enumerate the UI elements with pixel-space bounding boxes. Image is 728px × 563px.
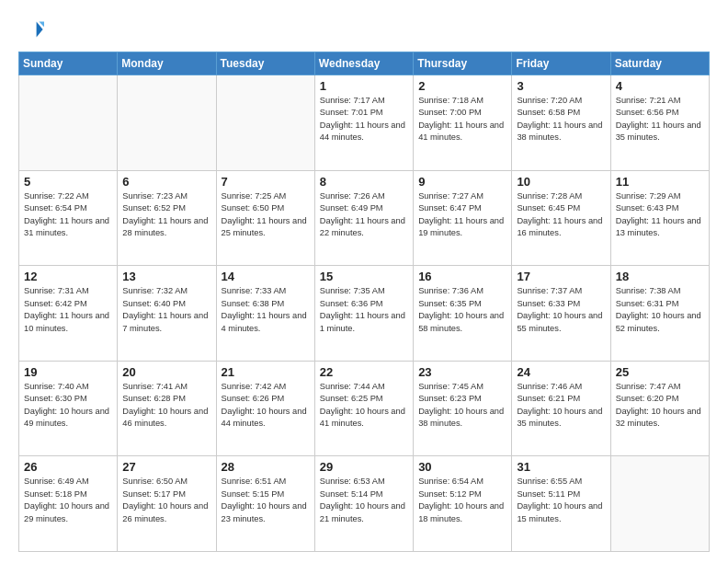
day-info: Sunrise: 7:35 AM Sunset: 6:36 PM Dayligh… xyxy=(320,285,408,335)
calendar-day-header: Thursday xyxy=(414,52,512,75)
day-info: Sunrise: 6:53 AM Sunset: 5:14 PM Dayligh… xyxy=(320,476,408,525)
day-number: 19 xyxy=(24,365,112,379)
calendar-cell: 11Sunrise: 7:29 AM Sunset: 6:43 PM Dayli… xyxy=(610,170,709,266)
day-number: 5 xyxy=(24,175,112,189)
day-info: Sunrise: 7:22 AM Sunset: 6:54 PM Dayligh… xyxy=(24,190,112,240)
day-number: 20 xyxy=(122,365,210,379)
day-number: 25 xyxy=(616,365,704,379)
day-number: 29 xyxy=(320,460,408,474)
calendar-cell: 30Sunrise: 6:54 AM Sunset: 5:12 PM Dayli… xyxy=(414,456,512,552)
calendar-cell: 28Sunrise: 6:51 AM Sunset: 5:15 PM Dayli… xyxy=(216,456,314,552)
day-number: 15 xyxy=(320,270,408,283)
day-number: 18 xyxy=(616,270,704,283)
calendar-cell: 3Sunrise: 7:20 AM Sunset: 6:58 PM Daylig… xyxy=(512,75,610,171)
day-number: 9 xyxy=(418,175,506,189)
day-number: 30 xyxy=(418,460,506,474)
calendar-cell: 4Sunrise: 7:21 AM Sunset: 6:56 PM Daylig… xyxy=(610,75,709,171)
day-number: 28 xyxy=(222,460,310,474)
day-info: Sunrise: 7:31 AM Sunset: 6:42 PM Dayligh… xyxy=(24,285,112,335)
day-number: 16 xyxy=(418,270,506,283)
day-info: Sunrise: 7:45 AM Sunset: 6:23 PM Dayligh… xyxy=(418,381,506,431)
calendar-day-header: Monday xyxy=(118,52,216,75)
day-info: Sunrise: 6:49 AM Sunset: 5:18 PM Dayligh… xyxy=(24,476,112,525)
day-info: Sunrise: 7:36 AM Sunset: 6:35 PM Dayligh… xyxy=(418,285,506,335)
calendar-day-header: Tuesday xyxy=(216,52,314,75)
calendar-cell: 9Sunrise: 7:27 AM Sunset: 6:47 PM Daylig… xyxy=(414,170,512,266)
day-info: Sunrise: 7:29 AM Sunset: 6:43 PM Dayligh… xyxy=(616,190,704,240)
day-number: 31 xyxy=(517,460,605,474)
calendar-cell: 19Sunrise: 7:40 AM Sunset: 6:30 PM Dayli… xyxy=(19,361,118,456)
day-number: 17 xyxy=(517,270,605,283)
day-info: Sunrise: 7:21 AM Sunset: 6:56 PM Dayligh… xyxy=(616,95,704,144)
calendar-cell: 23Sunrise: 7:45 AM Sunset: 6:23 PM Dayli… xyxy=(414,361,512,456)
day-info: Sunrise: 7:41 AM Sunset: 6:28 PM Dayligh… xyxy=(122,381,210,431)
day-number: 8 xyxy=(320,175,408,189)
calendar-cell: 16Sunrise: 7:36 AM Sunset: 6:35 PM Dayli… xyxy=(414,266,512,362)
calendar-cell: 20Sunrise: 7:41 AM Sunset: 6:28 PM Dayli… xyxy=(118,361,216,456)
calendar-cell xyxy=(610,456,709,552)
calendar-week-row: 1Sunrise: 7:17 AM Sunset: 7:01 PM Daylig… xyxy=(19,75,710,171)
calendar-cell: 14Sunrise: 7:33 AM Sunset: 6:38 PM Dayli… xyxy=(216,266,314,362)
calendar-table: SundayMondayTuesdayWednesdayThursdayFrid… xyxy=(18,52,710,552)
calendar-cell: 24Sunrise: 7:46 AM Sunset: 6:21 PM Dayli… xyxy=(512,361,610,456)
calendar-cell: 10Sunrise: 7:28 AM Sunset: 6:45 PM Dayli… xyxy=(512,170,610,266)
calendar-cell: 17Sunrise: 7:37 AM Sunset: 6:33 PM Dayli… xyxy=(512,266,610,362)
header xyxy=(18,17,710,42)
calendar-cell: 25Sunrise: 7:47 AM Sunset: 6:20 PM Dayli… xyxy=(610,361,709,456)
day-number: 22 xyxy=(320,365,408,379)
day-info: Sunrise: 7:17 AM Sunset: 7:01 PM Dayligh… xyxy=(320,95,408,144)
day-info: Sunrise: 7:20 AM Sunset: 6:58 PM Dayligh… xyxy=(517,95,605,144)
day-number: 2 xyxy=(418,79,506,93)
calendar-cell: 8Sunrise: 7:26 AM Sunset: 6:49 PM Daylig… xyxy=(314,170,413,266)
day-info: Sunrise: 7:33 AM Sunset: 6:38 PM Dayligh… xyxy=(222,285,310,335)
day-info: Sunrise: 6:55 AM Sunset: 5:11 PM Dayligh… xyxy=(517,476,605,525)
calendar-day-header: Saturday xyxy=(610,52,709,75)
day-number: 12 xyxy=(24,270,112,283)
day-number: 11 xyxy=(616,175,704,189)
calendar-week-row: 12Sunrise: 7:31 AM Sunset: 6:42 PM Dayli… xyxy=(19,266,710,362)
day-info: Sunrise: 7:38 AM Sunset: 6:31 PM Dayligh… xyxy=(616,285,704,335)
calendar-cell xyxy=(118,75,216,171)
calendar-cell: 29Sunrise: 6:53 AM Sunset: 5:14 PM Dayli… xyxy=(314,456,413,552)
day-info: Sunrise: 6:50 AM Sunset: 5:17 PM Dayligh… xyxy=(122,476,210,525)
day-number: 10 xyxy=(517,175,605,189)
calendar-header-row: SundayMondayTuesdayWednesdayThursdayFrid… xyxy=(19,52,710,75)
day-info: Sunrise: 7:44 AM Sunset: 6:25 PM Dayligh… xyxy=(320,381,408,431)
calendar-cell xyxy=(19,75,118,171)
calendar-cell: 27Sunrise: 6:50 AM Sunset: 5:17 PM Dayli… xyxy=(118,456,216,552)
calendar-day-header: Sunday xyxy=(19,52,118,75)
calendar-cell: 7Sunrise: 7:25 AM Sunset: 6:50 PM Daylig… xyxy=(216,170,314,266)
day-number: 21 xyxy=(222,365,310,379)
day-number: 6 xyxy=(122,175,210,189)
day-number: 13 xyxy=(122,270,210,283)
day-info: Sunrise: 7:42 AM Sunset: 6:26 PM Dayligh… xyxy=(222,381,310,431)
day-info: Sunrise: 7:32 AM Sunset: 6:40 PM Dayligh… xyxy=(122,285,210,335)
day-number: 14 xyxy=(222,270,310,283)
day-number: 27 xyxy=(122,460,210,474)
calendar-cell: 31Sunrise: 6:55 AM Sunset: 5:11 PM Dayli… xyxy=(512,456,610,552)
day-info: Sunrise: 7:27 AM Sunset: 6:47 PM Dayligh… xyxy=(418,190,506,240)
calendar-cell: 2Sunrise: 7:18 AM Sunset: 7:00 PM Daylig… xyxy=(414,75,512,171)
calendar-cell xyxy=(216,75,314,171)
calendar-cell: 6Sunrise: 7:23 AM Sunset: 6:52 PM Daylig… xyxy=(118,170,216,266)
calendar-cell: 15Sunrise: 7:35 AM Sunset: 6:36 PM Dayli… xyxy=(314,266,413,362)
day-info: Sunrise: 7:46 AM Sunset: 6:21 PM Dayligh… xyxy=(517,381,605,431)
calendar-cell: 18Sunrise: 7:38 AM Sunset: 6:31 PM Dayli… xyxy=(610,266,709,362)
day-info: Sunrise: 6:54 AM Sunset: 5:12 PM Dayligh… xyxy=(418,476,506,525)
day-number: 26 xyxy=(24,460,112,474)
calendar-week-row: 19Sunrise: 7:40 AM Sunset: 6:30 PM Dayli… xyxy=(19,361,710,456)
calendar-cell: 22Sunrise: 7:44 AM Sunset: 6:25 PM Dayli… xyxy=(314,361,413,456)
calendar-day-header: Friday xyxy=(512,52,610,75)
logo-icon xyxy=(18,17,44,42)
day-number: 24 xyxy=(517,365,605,379)
day-info: Sunrise: 7:18 AM Sunset: 7:00 PM Dayligh… xyxy=(418,95,506,144)
calendar-cell: 21Sunrise: 7:42 AM Sunset: 6:26 PM Dayli… xyxy=(216,361,314,456)
day-info: Sunrise: 7:23 AM Sunset: 6:52 PM Dayligh… xyxy=(122,190,210,240)
day-info: Sunrise: 7:28 AM Sunset: 6:45 PM Dayligh… xyxy=(517,190,605,240)
day-number: 1 xyxy=(320,79,408,93)
day-info: Sunrise: 7:26 AM Sunset: 6:49 PM Dayligh… xyxy=(320,190,408,240)
day-number: 3 xyxy=(517,79,605,93)
logo xyxy=(18,17,48,42)
calendar-week-row: 5Sunrise: 7:22 AM Sunset: 6:54 PM Daylig… xyxy=(19,170,710,266)
calendar-week-row: 26Sunrise: 6:49 AM Sunset: 5:18 PM Dayli… xyxy=(19,456,710,552)
